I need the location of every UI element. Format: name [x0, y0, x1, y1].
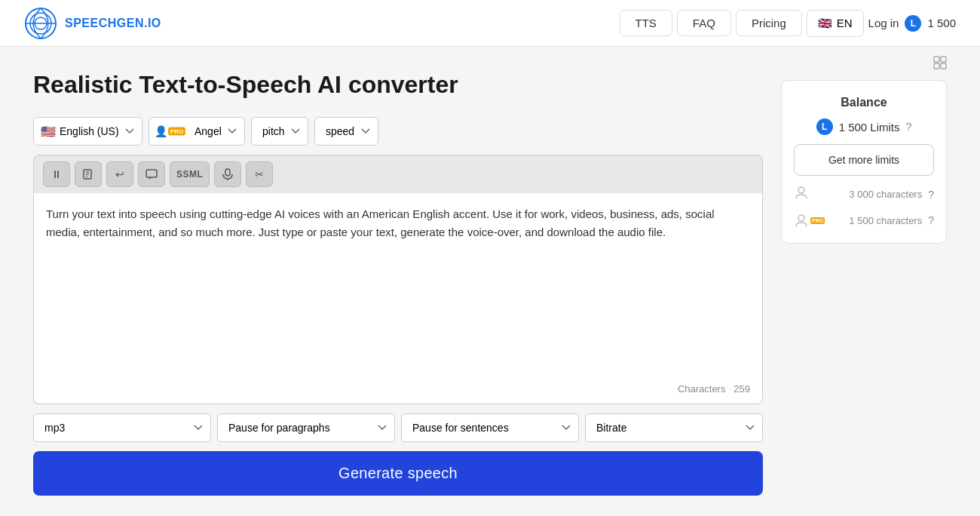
svg-point-16 [798, 215, 804, 221]
logo-area: SPEECHGEN.IO [24, 7, 161, 40]
user-balance-icon: L [905, 15, 921, 32]
pause-sentences-dropdown[interactable]: Pause for sentences [401, 413, 579, 442]
ssml-label: SSML [176, 169, 203, 180]
balance-amount-row: L 1 500 Limits ? [816, 118, 912, 135]
toolbar: ⏸ ↩ SSML ✂ [33, 155, 763, 193]
scissors-toolbar-button[interactable]: ✂ [246, 161, 273, 187]
char-count: Characters 259 [678, 383, 750, 395]
voice-select-wrap: 👤 PRO Angel [149, 117, 245, 146]
pro-user-icon: PRO [794, 213, 825, 228]
pitch-dropdown[interactable]: pitch [251, 117, 308, 146]
pause-toolbar-button[interactable]: ⏸ [43, 161, 70, 187]
text-editor: ⏸ ↩ SSML ✂ Turn your text into speech u [33, 155, 763, 404]
voice-dropdown[interactable]: Angel [149, 117, 245, 146]
logo-icon [24, 7, 57, 40]
user-balance-amount: 1 500 [927, 17, 956, 29]
balance-card: Balance L 1 500 Limits ? Get more limits… [781, 80, 947, 244]
svg-point-15 [798, 187, 804, 193]
svg-rect-11 [934, 57, 939, 62]
text-area[interactable]: Turn your text into speech using cutting… [33, 193, 763, 404]
pro-limit-row: PRO 1 500 characters ? [794, 213, 934, 228]
get-more-limits-button[interactable]: Get more limits [794, 144, 934, 176]
pro-limit-text: 1 500 characters [831, 215, 922, 226]
header-nav: TTS FAQ Pricing 🇬🇧 EN Log in L 1 500 [620, 10, 956, 37]
lang-label: EN [837, 17, 853, 29]
language-nav-button[interactable]: 🇬🇧 EN [807, 10, 864, 37]
free-limit-help-icon[interactable]: ? [928, 189, 934, 201]
balance-help-icon[interactable]: ? [906, 121, 912, 133]
pro-limit-help-icon[interactable]: ? [928, 214, 934, 226]
pause-paragraphs-dropdown[interactable]: Pause for paragraphs [217, 413, 395, 442]
bitrate-dropdown[interactable]: Bitrate [585, 413, 763, 442]
login-area: Log in L 1 500 [868, 15, 956, 32]
flag-icon: 🇬🇧 [818, 17, 832, 30]
text-content: Turn your text into speech using cutting… [46, 205, 750, 241]
edit-toolbar-button[interactable] [75, 161, 102, 187]
comment-toolbar-button[interactable] [138, 161, 165, 187]
speed-dropdown[interactable]: speed [314, 117, 378, 146]
char-count-label: Characters [678, 383, 726, 395]
left-panel: Realistic Text-to-Speech AI converter 🇺🇸… [33, 71, 763, 496]
pro-limit-badge: PRO [810, 217, 825, 224]
generate-speech-button[interactable]: Generate speech [33, 451, 763, 496]
svg-rect-13 [934, 63, 939, 69]
language-dropdown[interactable]: English (US) [33, 117, 142, 146]
controls-row: 🇺🇸 English (US) 👤 PRO Angel pitch speed [33, 117, 763, 146]
free-limit-text: 3 000 characters [815, 189, 922, 200]
right-panel: Balance L 1 500 Limits ? Get more limits… [781, 71, 947, 496]
balance-circle-icon: L [816, 118, 833, 135]
tts-nav-button[interactable]: TTS [620, 10, 672, 36]
mic-toolbar-button[interactable] [214, 161, 241, 187]
header: SPEECHGEN.IO TTS FAQ Pricing 🇬🇧 EN Log i… [0, 0, 980, 47]
balance-amount-text: 1 500 Limits [839, 121, 900, 134]
output-row: mp3 Pause for paragraphs Pause for sente… [33, 413, 763, 442]
pricing-nav-button[interactable]: Pricing [736, 10, 802, 36]
ssml-toolbar-button[interactable]: SSML [170, 161, 210, 187]
language-select-wrap: 🇺🇸 English (US) [33, 117, 142, 146]
svg-rect-14 [941, 63, 946, 69]
main-content: Realistic Text-to-Speech AI converter 🇺🇸… [15, 47, 965, 516]
free-limit-row: 3 000 characters ? [794, 185, 934, 204]
svg-rect-9 [225, 169, 230, 176]
svg-rect-12 [941, 57, 946, 62]
undo-toolbar-button[interactable]: ↩ [106, 161, 133, 187]
faq-nav-button[interactable]: FAQ [677, 10, 731, 36]
logo-text: SPEECHGEN.IO [65, 17, 161, 30]
balance-title: Balance [841, 96, 887, 109]
expand-icon[interactable] [933, 56, 947, 72]
svg-rect-8 [146, 170, 157, 177]
login-link[interactable]: Log in [868, 17, 899, 29]
page-title: Realistic Text-to-Speech AI converter [33, 71, 763, 99]
format-dropdown[interactable]: mp3 [33, 413, 211, 442]
free-user-icon [794, 185, 809, 204]
char-count-value: 259 [733, 383, 750, 395]
